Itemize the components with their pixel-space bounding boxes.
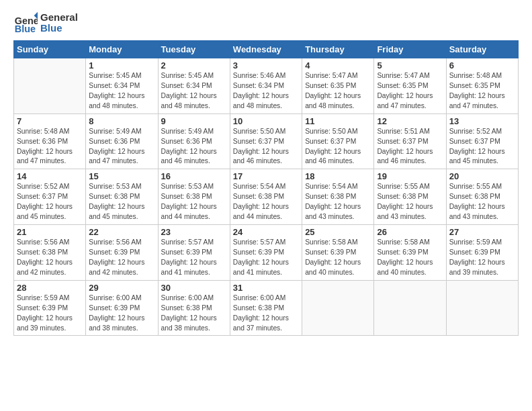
day-number: 30 — [161, 283, 227, 293]
header: General Blue General Blue — [13, 11, 519, 35]
day-number: 12 — [377, 116, 443, 126]
day-number: 21 — [17, 227, 83, 237]
day-number: 29 — [89, 283, 154, 293]
day-info: Sunrise: 5:45 AMSunset: 6:34 PMDaylight:… — [89, 72, 144, 109]
calendar-day-cell: 3 Sunrise: 5:46 AMSunset: 6:34 PMDayligh… — [230, 58, 302, 114]
day-info: Sunrise: 5:53 AMSunset: 6:38 PMDaylight:… — [161, 183, 217, 220]
day-number: 31 — [233, 283, 299, 293]
day-info: Sunrise: 5:54 AMSunset: 6:38 PMDaylight:… — [233, 183, 289, 220]
calendar-day-cell: 13 Sunrise: 5:52 AMSunset: 6:37 PMDaylig… — [446, 113, 518, 169]
calendar-day-cell: 1 Sunrise: 5:45 AMSunset: 6:34 PMDayligh… — [86, 58, 158, 114]
day-number: 6 — [449, 60, 515, 71]
calendar-day-cell: 23 Sunrise: 5:57 AMSunset: 6:39 PMDaylig… — [158, 225, 230, 281]
calendar-day-cell: 17 Sunrise: 5:54 AMSunset: 6:38 PMDaylig… — [230, 169, 302, 225]
calendar-day-cell: 7 Sunrise: 5:48 AMSunset: 6:36 PMDayligh… — [14, 113, 86, 169]
calendar-table: SundayMondayTuesdayWednesdayThursdayFrid… — [13, 40, 519, 336]
calendar-day-cell: 30 Sunrise: 6:00 AMSunset: 6:38 PMDaylig… — [158, 280, 230, 336]
day-number: 4 — [305, 60, 371, 71]
day-info: Sunrise: 6:00 AMSunset: 6:38 PMDaylight:… — [233, 294, 289, 332]
day-number: 28 — [17, 283, 83, 293]
day-info: Sunrise: 5:47 AMSunset: 6:35 PMDaylight:… — [377, 72, 433, 109]
day-info: Sunrise: 5:52 AMSunset: 6:37 PMDaylight:… — [17, 183, 73, 220]
calendar-day-cell: 11 Sunrise: 5:50 AMSunset: 6:37 PMDaylig… — [302, 113, 374, 169]
day-info: Sunrise: 5:55 AMSunset: 6:38 PMDaylight:… — [377, 183, 433, 220]
day-number: 23 — [161, 227, 227, 237]
calendar-day-cell: 15 Sunrise: 5:53 AMSunset: 6:38 PMDaylig… — [86, 169, 158, 225]
calendar-day-cell: 8 Sunrise: 5:49 AMSunset: 6:36 PMDayligh… — [86, 113, 158, 169]
day-number: 5 — [377, 60, 443, 71]
day-info: Sunrise: 5:51 AMSunset: 6:37 PMDaylight:… — [377, 128, 433, 165]
calendar-day-cell: 10 Sunrise: 5:50 AMSunset: 6:37 PMDaylig… — [230, 113, 302, 169]
logo-icon: General Blue — [13, 11, 38, 35]
calendar-day-cell: 6 Sunrise: 5:48 AMSunset: 6:35 PMDayligh… — [446, 58, 518, 114]
day-info: Sunrise: 5:54 AMSunset: 6:38 PMDaylight:… — [305, 183, 361, 220]
calendar-day-cell: 31 Sunrise: 6:00 AMSunset: 6:38 PMDaylig… — [230, 280, 302, 336]
calendar-day-cell: 5 Sunrise: 5:47 AMSunset: 6:35 PMDayligh… — [374, 58, 446, 114]
day-info: Sunrise: 6:00 AMSunset: 6:39 PMDaylight:… — [89, 294, 144, 332]
day-number: 24 — [233, 227, 299, 237]
logo-text: General Blue — [40, 12, 78, 34]
calendar-day-cell: 28 Sunrise: 5:59 AMSunset: 6:39 PMDaylig… — [14, 280, 86, 336]
day-info: Sunrise: 5:49 AMSunset: 6:36 PMDaylight:… — [161, 128, 217, 165]
day-info: Sunrise: 5:52 AMSunset: 6:37 PMDaylight:… — [449, 128, 505, 165]
calendar-day-cell: 12 Sunrise: 5:51 AMSunset: 6:37 PMDaylig… — [374, 113, 446, 169]
day-info: Sunrise: 5:58 AMSunset: 6:39 PMDaylight:… — [305, 238, 361, 276]
day-info: Sunrise: 5:46 AMSunset: 6:34 PMDaylight:… — [233, 72, 289, 109]
day-number: 14 — [17, 171, 83, 181]
day-number: 13 — [449, 116, 515, 126]
calendar-day-cell — [302, 280, 374, 336]
calendar-day-cell: 25 Sunrise: 5:58 AMSunset: 6:39 PMDaylig… — [302, 225, 374, 281]
calendar-day-cell: 26 Sunrise: 5:58 AMSunset: 6:39 PMDaylig… — [374, 225, 446, 281]
day-number: 27 — [449, 227, 515, 237]
calendar-day-cell — [374, 280, 446, 336]
weekday-header-cell: Thursday — [302, 41, 374, 58]
calendar-week-row: 7 Sunrise: 5:48 AMSunset: 6:36 PMDayligh… — [14, 113, 519, 169]
day-number: 2 — [161, 60, 227, 71]
calendar-day-cell: 9 Sunrise: 5:49 AMSunset: 6:36 PMDayligh… — [158, 113, 230, 169]
day-number: 17 — [233, 171, 299, 181]
day-info: Sunrise: 5:48 AMSunset: 6:36 PMDaylight:… — [17, 128, 73, 165]
day-number: 11 — [305, 116, 371, 126]
calendar-day-cell: 21 Sunrise: 5:56 AMSunset: 6:38 PMDaylig… — [14, 225, 86, 281]
day-number: 15 — [89, 171, 154, 181]
calendar-day-cell: 19 Sunrise: 5:55 AMSunset: 6:38 PMDaylig… — [374, 169, 446, 225]
calendar-day-cell: 27 Sunrise: 5:59 AMSunset: 6:39 PMDaylig… — [446, 225, 518, 281]
weekday-header-row: SundayMondayTuesdayWednesdayThursdayFrid… — [14, 41, 519, 58]
day-number: 8 — [89, 116, 154, 126]
day-info: Sunrise: 5:59 AMSunset: 6:39 PMDaylight:… — [449, 238, 505, 276]
day-number: 19 — [377, 171, 443, 181]
calendar-day-cell: 24 Sunrise: 5:57 AMSunset: 6:39 PMDaylig… — [230, 225, 302, 281]
day-number: 16 — [161, 171, 227, 181]
day-info: Sunrise: 5:57 AMSunset: 6:39 PMDaylight:… — [233, 238, 289, 276]
day-info: Sunrise: 5:56 AMSunset: 6:38 PMDaylight:… — [17, 238, 73, 276]
calendar-day-cell — [14, 58, 86, 114]
logo: General Blue General Blue — [13, 11, 78, 35]
calendar-day-cell: 18 Sunrise: 5:54 AMSunset: 6:38 PMDaylig… — [302, 169, 374, 225]
day-number: 1 — [89, 60, 154, 71]
day-info: Sunrise: 5:57 AMSunset: 6:39 PMDaylight:… — [161, 238, 217, 276]
day-number: 9 — [161, 116, 227, 126]
day-info: Sunrise: 5:48 AMSunset: 6:35 PMDaylight:… — [449, 72, 505, 109]
calendar-day-cell: 2 Sunrise: 5:45 AMSunset: 6:34 PMDayligh… — [158, 58, 230, 114]
day-number: 7 — [17, 116, 83, 126]
day-number: 26 — [377, 227, 443, 237]
day-info: Sunrise: 5:59 AMSunset: 6:39 PMDaylight:… — [17, 294, 73, 332]
calendar-day-cell: 20 Sunrise: 5:55 AMSunset: 6:38 PMDaylig… — [446, 169, 518, 225]
day-info: Sunrise: 6:00 AMSunset: 6:38 PMDaylight:… — [161, 294, 217, 332]
calendar-week-row: 21 Sunrise: 5:56 AMSunset: 6:38 PMDaylig… — [14, 225, 519, 281]
weekday-header-cell: Monday — [86, 41, 158, 58]
calendar-day-cell: 16 Sunrise: 5:53 AMSunset: 6:38 PMDaylig… — [158, 169, 230, 225]
day-number: 10 — [233, 116, 299, 126]
day-info: Sunrise: 5:47 AMSunset: 6:35 PMDaylight:… — [305, 72, 361, 109]
calendar-week-row: 14 Sunrise: 5:52 AMSunset: 6:37 PMDaylig… — [14, 169, 519, 225]
day-info: Sunrise: 5:56 AMSunset: 6:39 PMDaylight:… — [89, 238, 144, 276]
calendar-day-cell: 14 Sunrise: 5:52 AMSunset: 6:37 PMDaylig… — [14, 169, 86, 225]
calendar-day-cell: 4 Sunrise: 5:47 AMSunset: 6:35 PMDayligh… — [302, 58, 374, 114]
day-number: 18 — [305, 171, 371, 181]
calendar-day-cell — [446, 280, 518, 336]
weekday-header-cell: Tuesday — [158, 41, 230, 58]
day-number: 3 — [233, 60, 299, 71]
day-info: Sunrise: 5:58 AMSunset: 6:39 PMDaylight:… — [377, 238, 433, 276]
day-number: 25 — [305, 227, 371, 237]
calendar-week-row: 1 Sunrise: 5:45 AMSunset: 6:34 PMDayligh… — [14, 58, 519, 114]
